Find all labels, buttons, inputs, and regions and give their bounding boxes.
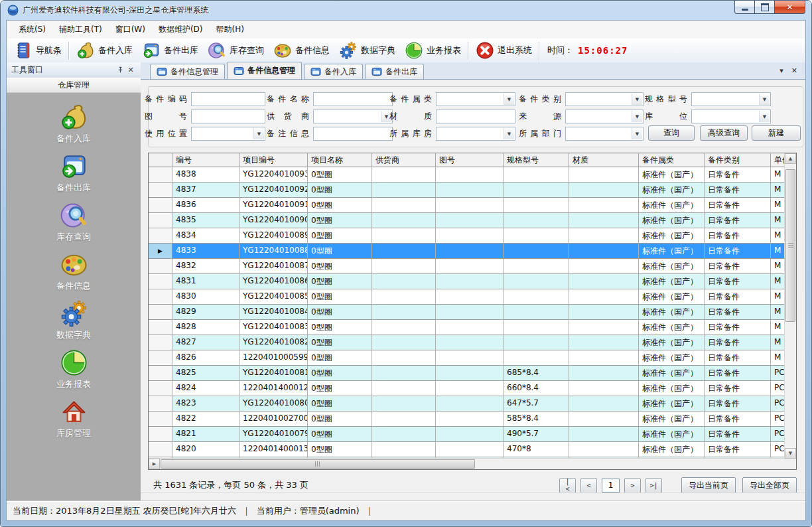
field-source-combo[interactable]: ▼ <box>565 110 643 123</box>
table-row[interactable]: 4828YG122040100830型圈标准件（国产）日常备件M <box>149 320 785 335</box>
prev-page-button[interactable]: < <box>580 478 597 493</box>
row-selector[interactable] <box>149 228 172 244</box>
table-row[interactable]: 4831YG122040100860型圈标准件（国产）日常备件M <box>149 274 785 289</box>
scroll-down-button[interactable]: ▼ <box>785 448 796 459</box>
toolbar-item-stock-query[interactable]: 库存查询 <box>203 39 269 62</box>
toolbar-item-biz-report[interactable]: 业务报表 <box>400 39 466 62</box>
row-selector[interactable] <box>149 335 172 350</box>
table-row[interactable]: 4825YG122040100810型圈685*8.4标准件（国产）日常备件PC <box>149 366 785 381</box>
row-selector[interactable] <box>149 396 172 412</box>
row-selector[interactable] <box>149 183 172 198</box>
sidebar-item-biz-report[interactable]: 业务报表 <box>56 348 91 390</box>
menu-item[interactable]: 辅助工具(T) <box>52 21 109 38</box>
table-row[interactable]: ▶4833YG122040100880型圈标准件（国产）日常备件M <box>149 244 785 259</box>
last-page-button[interactable]: >| <box>645 478 662 493</box>
toolbar-item-part-info[interactable]: 备件信息 <box>269 39 334 62</box>
field-part-category-combo[interactable]: ▼ <box>565 92 643 106</box>
menu-item[interactable]: 帮助(H) <box>210 21 251 38</box>
field-supplier-combo[interactable]: ▼ <box>313 110 393 123</box>
row-selector[interactable] <box>149 320 172 335</box>
field-part-code-input[interactable] <box>191 92 265 106</box>
table-row[interactable]: 4821YG122040100790型圈490*5.7标准件（国产）日常备件PC <box>149 427 785 442</box>
sidebar-item-warehouse[interactable]: 库房管理 <box>56 398 91 439</box>
row-selector[interactable] <box>149 167 172 183</box>
table-row[interactable]: 482012204014000130型圈470*8标准件（国产）日常备件PC <box>149 442 785 457</box>
next-page-button[interactable]: > <box>624 478 641 493</box>
maximize-button[interactable] <box>754 1 775 14</box>
first-page-button[interactable]: |< <box>559 478 576 493</box>
sidebar-section-warehouse[interactable]: 仓库管理 <box>7 78 141 93</box>
table-row[interactable]: 4834YG122040100890型圈标准件（国产）日常备件M <box>149 228 785 244</box>
column-header[interactable]: 备件类别 <box>705 153 771 167</box>
field-part-name-input[interactable] <box>313 92 393 106</box>
tab-2[interactable]: 备件入库 <box>304 64 363 79</box>
table-row[interactable]: 4835YG122040100900型圈标准件（国产）日常备件M <box>149 213 785 228</box>
column-header[interactable]: 项目编号 <box>239 153 308 167</box>
scroll-right-button[interactable]: ▶ <box>149 459 160 469</box>
row-selector[interactable] <box>149 442 172 457</box>
field-warehouse-combo[interactable]: ▼ <box>436 127 515 141</box>
sidebar-close-icon[interactable]: ✕ <box>125 65 136 76</box>
column-header[interactable]: 供货商 <box>372 153 436 167</box>
vertical-scroll-thumb[interactable] <box>785 169 795 322</box>
row-selector[interactable] <box>149 350 172 366</box>
new-button[interactable]: 新建 <box>752 125 801 141</box>
column-header[interactable]: 备件属类 <box>639 153 705 167</box>
row-selector[interactable] <box>149 198 172 213</box>
sidebar-item-stock-query[interactable]: 库存查询 <box>56 201 91 243</box>
row-selector[interactable] <box>149 259 172 274</box>
column-header[interactable]: 编号 <box>172 153 239 167</box>
column-header[interactable]: 项目名称 <box>308 153 372 167</box>
export-current-button[interactable]: 导出当前页 <box>681 477 736 493</box>
menu-item[interactable]: 系统(S) <box>12 21 52 38</box>
scroll-up-button[interactable]: ▲ <box>785 153 796 164</box>
column-header[interactable] <box>149 153 172 167</box>
row-selector[interactable] <box>149 427 172 442</box>
toolbar-item-exit[interactable]: 退出系统 <box>471 39 537 62</box>
row-selector[interactable]: ▶ <box>149 244 172 259</box>
chevron-down-icon[interactable]: ▾ <box>779 66 783 75</box>
menu-item[interactable]: 数据维护(D) <box>152 21 210 38</box>
column-header[interactable]: 图号 <box>436 153 504 167</box>
close-button[interactable]: ✕ <box>774 1 805 14</box>
table-row[interactable]: 4837YG122040100920型圈标准件（国产）日常备件M <box>149 183 785 198</box>
tab-1[interactable]: 备件信息管理 <box>227 62 302 79</box>
pin-icon[interactable] <box>115 65 125 76</box>
sidebar-item-part-inbound[interactable]: 备件入库 <box>56 103 91 145</box>
row-selector[interactable] <box>149 381 172 396</box>
advanced-query-button[interactable]: 高级查询 <box>700 125 748 141</box>
table-row[interactable]: 4829YG122040100840型圈标准件（国产）日常备件M <box>149 305 785 320</box>
vertical-scrollbar[interactable]: ▲ ▼ <box>784 153 796 459</box>
export-all-button[interactable]: 导出全部页 <box>742 477 797 493</box>
row-selector[interactable] <box>149 305 172 320</box>
row-selector[interactable] <box>149 412 172 427</box>
field-department-combo[interactable]: ▼ <box>565 127 643 141</box>
row-selector[interactable] <box>149 213 172 228</box>
minimize-button[interactable] <box>734 1 755 14</box>
field-usage-position-combo[interactable]: ▼ <box>191 127 265 141</box>
page-input[interactable] <box>602 479 620 492</box>
query-button[interactable]: 查询 <box>648 125 695 141</box>
tab-3[interactable]: 备件出库 <box>365 64 424 79</box>
column-header[interactable]: 单位 <box>771 153 785 167</box>
column-header[interactable]: 规格型号 <box>504 153 569 167</box>
sidebar-item-data-dict[interactable]: 数据字典 <box>56 299 91 341</box>
field-part-class-combo[interactable]: ▼ <box>436 92 515 106</box>
field-location-combo[interactable]: ▼ <box>691 110 771 123</box>
tab-0[interactable]: 备件信息管理 <box>150 64 225 79</box>
menu-item[interactable]: 窗口(W) <box>109 21 152 38</box>
field-remark-input[interactable] <box>313 127 393 141</box>
tab-close-icon[interactable]: ✕ <box>791 66 797 75</box>
field-material-input[interactable] <box>436 110 515 123</box>
field-drawing-no-input[interactable] <box>191 110 265 123</box>
row-selector[interactable] <box>149 366 172 381</box>
table-row[interactable]: 4823YG122040100800型圈647*5.7标准件（国产）日常备件PC <box>149 396 785 412</box>
toolbar-item-navbar[interactable]: 导航条 <box>9 39 66 62</box>
table-row[interactable]: 4827YG122040100820型圈标准件（国产）日常备件M <box>149 335 785 350</box>
toolbar-item-data-dict[interactable]: 数据字典 <box>334 39 400 62</box>
table-row[interactable]: 482412204014000120型圈660*8.4标准件（国产）日常备件PC <box>149 381 785 396</box>
table-row[interactable]: 4836YG122040100910型圈标准件（国产）日常备件M <box>149 198 785 213</box>
table-row[interactable]: 4838YG122040100930型圈标准件（国产）日常备件M <box>149 167 785 183</box>
toolbar-item-part-inbound[interactable]: 备件入库 <box>72 39 137 62</box>
horizontal-scroll-thumb[interactable] <box>161 459 475 469</box>
